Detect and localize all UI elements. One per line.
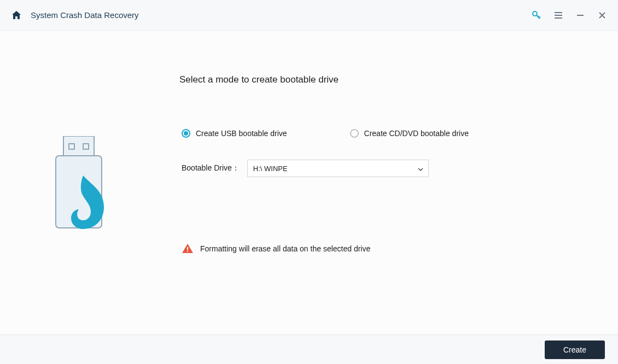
warning-triangle-icon xyxy=(182,243,194,255)
radio-cddvd-circle xyxy=(350,129,359,138)
warning-text: Formatting will erase all data on the se… xyxy=(200,244,370,253)
bootable-drive-value: H:\ WINPE xyxy=(253,165,288,173)
radio-usb-circle xyxy=(182,129,190,138)
bootable-drive-select[interactable]: H:\ WINPE xyxy=(247,160,429,177)
form-panel: Select a mode to create bootable drive C… xyxy=(164,31,618,334)
heading: Select a mode to create bootable drive xyxy=(179,74,585,85)
svg-rect-1 xyxy=(555,12,562,13)
bootable-drive-label: Bootable Drive： xyxy=(182,163,240,173)
page-title: System Crash Data Recovery xyxy=(31,10,139,20)
svg-rect-10 xyxy=(187,251,188,252)
titlebar: System Crash Data Recovery xyxy=(0,0,618,31)
create-button[interactable]: Create xyxy=(545,340,605,359)
radio-cddvd-label: Create CD/DVD bootable drive xyxy=(364,129,469,138)
main-content: Select a mode to create bootable drive C… xyxy=(0,31,618,334)
menu-icon[interactable] xyxy=(553,10,563,20)
warning-row: Formatting will erase all data on the se… xyxy=(179,243,585,255)
minimize-icon[interactable] xyxy=(575,10,585,20)
svg-rect-5 xyxy=(63,136,94,156)
usb-illustration-panel xyxy=(0,31,164,334)
radio-usb-label: Create USB bootable drive xyxy=(196,129,287,138)
radio-cddvd-option[interactable]: Create CD/DVD bootable drive xyxy=(350,129,469,138)
radio-usb-option[interactable]: Create USB bootable drive xyxy=(182,129,287,138)
svg-point-0 xyxy=(533,11,537,16)
close-icon[interactable] xyxy=(597,10,607,20)
usb-flame-illustration xyxy=(44,136,120,245)
svg-rect-2 xyxy=(555,15,562,16)
svg-rect-9 xyxy=(187,247,188,250)
home-icon[interactable] xyxy=(11,10,22,21)
footer: Create xyxy=(0,334,618,364)
svg-rect-4 xyxy=(577,15,584,16)
svg-rect-3 xyxy=(555,17,562,19)
key-icon[interactable] xyxy=(532,10,541,20)
